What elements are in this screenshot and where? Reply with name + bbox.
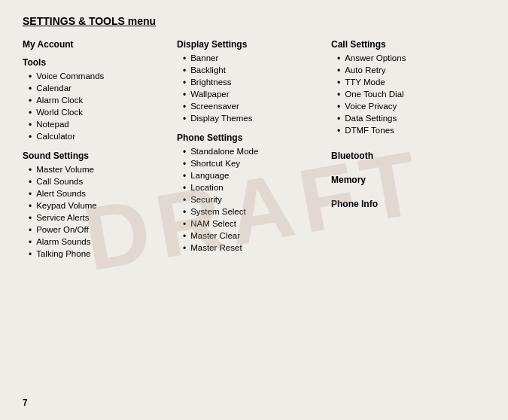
page-title: SETTINGS & TOOLS menu bbox=[23, 15, 485, 27]
list-item: Brightness bbox=[177, 77, 324, 89]
list-item: Banner bbox=[177, 53, 324, 65]
list-item: Notepad bbox=[23, 119, 169, 131]
list-item: System Select bbox=[177, 206, 324, 218]
list-item: Alarm Sounds bbox=[23, 236, 169, 248]
list-item: Display Themes bbox=[177, 113, 324, 125]
list-item: Screensaver bbox=[177, 101, 324, 113]
column-3: Call Settings Answer Options Auto Retry … bbox=[331, 39, 485, 260]
list-item: Keypad Volume bbox=[23, 200, 169, 212]
list-item: TTY Mode bbox=[331, 77, 478, 89]
list-item: Backlight bbox=[177, 65, 324, 77]
list-item: Call Sounds bbox=[23, 176, 169, 188]
list-item: Language bbox=[177, 170, 324, 182]
list-item: Alert Sounds bbox=[23, 188, 169, 200]
list-item: Talking Phone bbox=[23, 248, 169, 260]
list-item: Master Clear bbox=[177, 230, 324, 242]
sound-settings-list: Master Volume Call Sounds Alert Sounds K… bbox=[23, 164, 169, 260]
list-item: Service Alerts bbox=[23, 212, 169, 224]
call-settings-list: Answer Options Auto Retry TTY Mode One T… bbox=[331, 53, 478, 137]
section-display-settings: Display Settings bbox=[177, 39, 324, 50]
list-item: Power On/Off bbox=[23, 224, 169, 236]
list-item: Security bbox=[177, 194, 324, 206]
list-item: Auto Retry bbox=[331, 65, 478, 77]
display-settings-list: Banner Backlight Brightness Wallpaper Sc… bbox=[177, 53, 324, 125]
page-number: 7 bbox=[23, 397, 28, 408]
list-item: World Clock bbox=[23, 107, 169, 119]
list-item: Voice Commands bbox=[23, 71, 169, 83]
list-item: NAM Select bbox=[177, 218, 324, 230]
page-container: DRAFT SETTINGS & TOOLS menu My Account T… bbox=[0, 0, 508, 420]
list-item: Answer Options bbox=[331, 53, 478, 65]
list-item: Master Reset bbox=[177, 242, 324, 254]
list-item: Master Volume bbox=[23, 164, 169, 176]
list-item: Standalone Mode bbox=[177, 146, 324, 158]
list-item: Wallpaper bbox=[177, 89, 324, 101]
section-my-account: My Account bbox=[23, 39, 169, 50]
section-sound-settings: Sound Settings bbox=[23, 151, 169, 161]
column-1: My Account Tools Voice Commands Calendar… bbox=[23, 39, 177, 260]
list-item: Calendar bbox=[23, 83, 169, 95]
section-phone-settings: Phone Settings bbox=[177, 132, 324, 143]
section-phone-info: Phone Info bbox=[331, 199, 478, 209]
list-item: DTMF Tones bbox=[331, 125, 478, 137]
section-call-settings: Call Settings bbox=[331, 39, 478, 50]
list-item: Calculator bbox=[23, 131, 169, 143]
list-item: Alarm Clock bbox=[23, 95, 169, 107]
list-item: Data Settings bbox=[331, 113, 478, 125]
list-item: Shortcut Key bbox=[177, 158, 324, 170]
tools-list: Voice Commands Calendar Alarm Clock Worl… bbox=[23, 71, 169, 143]
phone-settings-list: Standalone Mode Shortcut Key Language Lo… bbox=[177, 146, 324, 254]
list-item: Voice Privacy bbox=[331, 101, 478, 113]
content-grid: My Account Tools Voice Commands Calendar… bbox=[23, 39, 485, 260]
section-bluetooth: Bluetooth bbox=[331, 151, 478, 161]
list-item: Location bbox=[177, 182, 324, 194]
column-2: Display Settings Banner Backlight Bright… bbox=[177, 39, 331, 260]
section-memory: Memory bbox=[331, 175, 478, 185]
list-item: One Touch Dial bbox=[331, 89, 478, 101]
section-tools: Tools bbox=[23, 57, 169, 68]
